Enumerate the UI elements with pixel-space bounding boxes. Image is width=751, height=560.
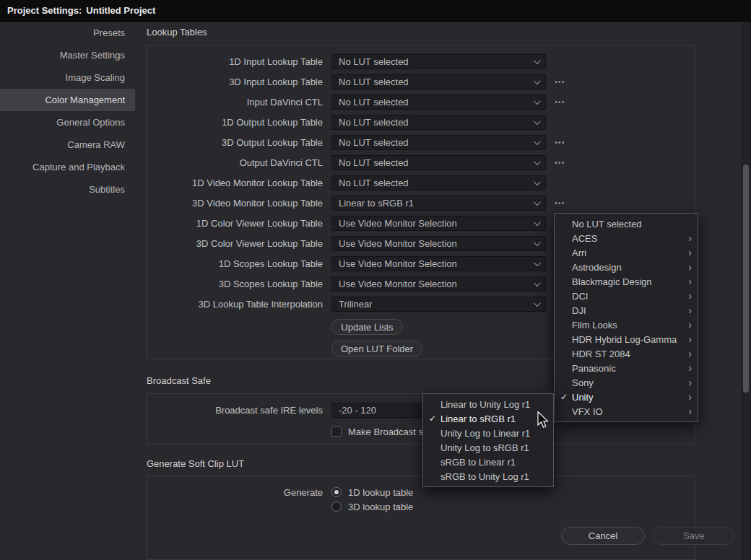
dropdown-value: Trilinear	[339, 299, 372, 310]
dropdown-output-davinci-ctl[interactable]: No LUT selected	[331, 155, 546, 170]
menu-item-label: Linear to Unity Log r1	[440, 399, 530, 410]
scrollbar-thumb[interactable]	[743, 165, 749, 393]
dropdown-1d-scopes-lut[interactable]: Use Video Monitor Selection	[331, 256, 546, 271]
dropdown-1d-color-viewer-lut[interactable]: Use Video Monitor Selection	[331, 216, 546, 231]
row-label: Broadcast safe IRE levels	[147, 405, 323, 416]
row-label: 3D Lookup Table Interpolation	[147, 299, 323, 310]
chevron-down-icon	[534, 198, 541, 206]
cancel-button[interactable]: Cancel	[561, 527, 645, 545]
menu-item-unity[interactable]: ✓ Unity ›	[555, 390, 698, 404]
dropdown-input-davinci-ctl[interactable]: No LUT selected	[331, 95, 546, 110]
dropdown-3d-scopes-lut[interactable]: Use Video Monitor Selection	[331, 276, 546, 292]
title-bar: Project Settings: Untitled Project	[0, 0, 751, 22]
lut-category-menu: No LUT selected ACES › Arri › Astrodesig…	[554, 213, 698, 422]
chevron-down-icon	[534, 77, 541, 84]
dropdown-3d-color-viewer-lut[interactable]: Use Video Monitor Selection	[331, 236, 546, 251]
dropdown-value: -20 - 120	[339, 405, 376, 416]
chevron-down-icon	[534, 97, 541, 105]
chevron-down-icon	[534, 259, 541, 266]
submenu-arrow-icon: ›	[688, 334, 692, 344]
dialog-title: Project Settings:	[7, 5, 82, 16]
check-icon: ✓	[560, 392, 572, 402]
menu-item-dci[interactable]: DCI ›	[555, 289, 698, 303]
submenu-item-unity-log-to-srgb[interactable]: Unity Log to sRGB r1	[423, 440, 553, 455]
menu-item-label: Astrodesign	[572, 262, 622, 273]
open-lut-folder-button[interactable]: Open LUT Folder	[331, 341, 422, 356]
dropdown-value: No LUT selected	[339, 56, 409, 67]
menu-item-label: Unity	[572, 392, 594, 403]
sidebar-item-master-settings[interactable]: Master Settings	[0, 44, 135, 66]
submenu-item-linear-to-srgb[interactable]: ✓ Linear to sRGB r1	[423, 411, 553, 426]
menu-item-label: ACES	[572, 233, 597, 244]
radio-3d-lookup-table[interactable]	[331, 502, 342, 512]
row-label: 3D Video Monitor Lookup Table	[147, 198, 323, 209]
submenu-item-unity-log-to-linear[interactable]: Unity Log to Linear r1	[423, 426, 553, 440]
sidebar-item-capture-playback[interactable]: Capture and Playback	[0, 156, 135, 178]
dropdown-value: Use Video Monitor Selection	[339, 279, 457, 289]
chevron-down-icon	[534, 158, 541, 165]
update-lists-button[interactable]: Update Lists	[331, 319, 403, 335]
menu-item-label: No LUT selected	[572, 219, 642, 229]
menu-item-film-looks[interactable]: Film Looks ›	[555, 318, 698, 332]
generate-options: 1D lookup table 3D lookup table	[331, 485, 413, 514]
generate-row: Generate 1D lookup table 3D lookup table	[147, 485, 695, 514]
lut-row-output-ctl: Output DaVinci CTL No LUT selected •••	[147, 152, 695, 172]
dropdown-value: Use Video Monitor Selection	[339, 218, 457, 229]
submenu-arrow-icon: ›	[688, 406, 692, 416]
sidebar-item-image-scaling[interactable]: Image Scaling	[0, 66, 135, 89]
submenu-arrow-icon: ›	[688, 349, 692, 359]
row-label: 3D Output Lookup Table	[147, 137, 323, 148]
dropdown-3d-lut-interpolation[interactable]: Trilinear	[331, 297, 546, 312]
more-options-button[interactable]: •••	[555, 97, 565, 106]
menu-item-arri[interactable]: Arri ›	[555, 245, 698, 260]
dropdown-value: Linear to sRGB r1	[339, 198, 414, 209]
radio-1d-lookup-table[interactable]	[331, 487, 342, 497]
dropdown-3d-output-lut[interactable]: No LUT selected	[331, 135, 546, 150]
submenu-item-linear-to-unity-log[interactable]: Linear to Unity Log r1	[423, 397, 553, 411]
make-broadcast-safe-checkbox[interactable]	[331, 426, 342, 437]
check-icon: ✓	[429, 414, 440, 424]
menu-item-panasonic[interactable]: Panasonic ›	[555, 361, 698, 375]
save-button[interactable]: Save	[654, 527, 734, 545]
menu-item-aces[interactable]: ACES ›	[555, 231, 698, 245]
dropdown-1d-video-monitor-lut[interactable]: No LUT selected	[331, 175, 546, 191]
submenu-arrow-icon: ›	[688, 291, 692, 301]
submenu-arrow-icon: ›	[688, 320, 692, 330]
chevron-down-icon	[534, 57, 541, 64]
sidebar-item-presets[interactable]: Presets	[0, 22, 135, 44]
menu-item-hdr-hybrid-log-gamma[interactable]: HDR Hybrid Log-Gamma ›	[555, 332, 698, 346]
menu-item-hdr-st-2084[interactable]: HDR ST 2084 ›	[555, 346, 698, 361]
dropdown-3d-input-lut[interactable]: No LUT selected	[331, 74, 546, 89]
menu-item-dji[interactable]: DJI ›	[555, 303, 698, 318]
dropdown-3d-video-monitor-lut[interactable]: Linear to sRGB r1	[331, 196, 546, 211]
submenu-item-srgb-to-linear[interactable]: sRGB to Linear r1	[423, 455, 553, 469]
menu-item-label: DJI	[572, 305, 586, 316]
menu-item-label: HDR Hybrid Log-Gamma	[572, 334, 677, 345]
more-options-button[interactable]: •••	[555, 158, 565, 167]
row-label: Output DaVinci CTL	[147, 157, 323, 168]
dropdown-1d-input-lut[interactable]: No LUT selected	[331, 54, 546, 69]
more-options-button[interactable]: •••	[555, 77, 565, 86]
menu-item-astrodesign[interactable]: Astrodesign ›	[555, 260, 698, 274]
scrollbar-track[interactable]	[741, 22, 751, 560]
dropdown-value: No LUT selected	[339, 137, 409, 148]
row-label: 1D Input Lookup Table	[147, 56, 323, 67]
menu-item-label: sRGB to Linear r1	[440, 457, 516, 468]
lut-row-3d-video-monitor: 3D Video Monitor Lookup Table Linear to …	[147, 193, 695, 213]
sidebar-item-camera-raw[interactable]: Camera RAW	[0, 134, 135, 156]
more-options-button[interactable]: •••	[555, 198, 565, 207]
lut-row-1d-output: 1D Output Lookup Table No LUT selected	[147, 112, 695, 132]
dropdown-1d-output-lut[interactable]: No LUT selected	[331, 115, 546, 130]
dropdown-value: No LUT selected	[339, 117, 409, 128]
more-options-button[interactable]: •••	[555, 138, 565, 146]
menu-item-blackmagic-design[interactable]: Blackmagic Design ›	[555, 274, 698, 289]
sidebar-item-general-options[interactable]: General Options	[0, 111, 135, 134]
menu-item-label: Unity Log to sRGB r1	[440, 442, 529, 453]
submenu-item-srgb-to-unity-log[interactable]: sRGB to Unity Log r1	[423, 469, 553, 484]
menu-item-no-lut[interactable]: No LUT selected	[555, 216, 698, 231]
sidebar-item-subtitles[interactable]: Subtitles	[0, 178, 135, 201]
chevron-down-icon	[534, 118, 541, 125]
menu-item-sony[interactable]: Sony ›	[555, 375, 698, 390]
sidebar-item-color-management[interactable]: Color Management	[0, 89, 135, 111]
menu-item-vfx-io[interactable]: VFX IO ›	[555, 404, 698, 419]
